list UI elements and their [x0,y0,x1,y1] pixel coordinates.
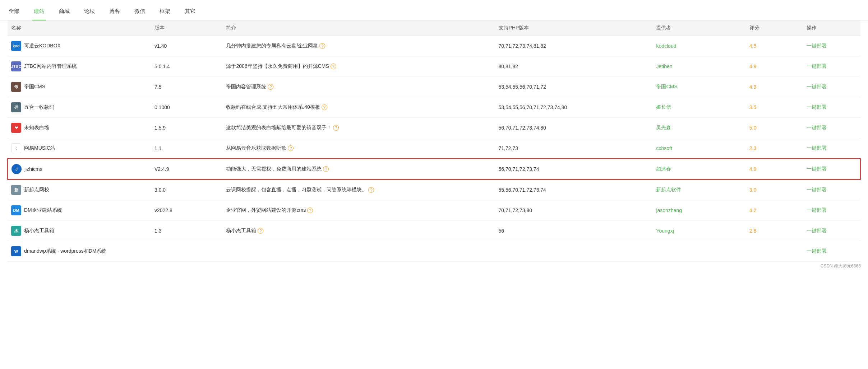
deploy-button[interactable]: 一键部署 [807,145,827,151]
app-provider[interactable]: 帝国CMS [652,77,745,97]
app-icon: kod [11,41,21,51]
app-provider[interactable]: 吴先森 [652,118,745,138]
app-desc: 这款简洁美观的表白墙献给最可爱的镜音双子！? [222,118,495,138]
deploy-button[interactable]: 一键部署 [807,125,827,130]
app-name-cell: 码 五合一收款码 [8,97,151,118]
app-desc: 帝国内容管理系统? [222,77,495,97]
app-rating: 2.8 [746,221,803,241]
help-icon[interactable]: ? [288,145,294,151]
app-name: 杨小杰工具箱 [24,228,54,234]
tab-论坛[interactable]: 论坛 [83,4,96,20]
app-version: 7.5 [151,77,222,97]
app-action[interactable]: 一键部署 [803,97,860,118]
app-name: 网易MUSIC站 [24,145,55,151]
help-icon[interactable]: ? [258,228,263,234]
app-name: 帝国CMS [24,84,45,90]
tab-博客[interactable]: 博客 [108,4,121,20]
app-desc [222,241,495,262]
tab-框架[interactable]: 框架 [158,4,172,20]
app-name-cell: J jizhicms [8,159,151,179]
app-php: 53,54,55,56,70,71,72,73,74,80 [495,97,653,118]
deploy-button[interactable]: 一键部署 [807,228,827,233]
deploy-button[interactable]: 一键部署 [807,248,827,254]
help-icon[interactable]: ? [333,125,339,131]
tab-建站[interactable]: 建站 [32,4,46,20]
app-action[interactable]: 一键部署 [803,159,860,179]
deploy-button[interactable]: 一键部署 [807,63,827,69]
app-php [495,241,653,262]
app-action[interactable]: 一键部署 [803,138,860,159]
app-provider[interactable]: jasonzhang [652,200,745,221]
app-action[interactable]: 一键部署 [803,221,860,241]
app-php: 80,81,82 [495,56,653,77]
app-name-cell: JTBC JTBC网站内容管理系统 [8,56,151,77]
app-desc: 收款码在线合成,支持五大常用体系.40模板? [222,97,495,118]
app-name-cell: 帝 帝国CMS [8,77,151,97]
app-php: 70,71,72,73,80 [495,200,653,221]
app-icon: ❤ [11,123,21,133]
help-icon[interactable]: ? [323,166,329,172]
app-provider[interactable]: 姬长信 [652,97,745,118]
app-provider[interactable]: Jetiben [652,56,745,77]
app-name-cell: W dmandwp系统 - wordpress和DM系统 [8,241,151,262]
app-provider[interactable]: 新起点软件 [652,179,745,200]
tab-全部[interactable]: 全部 [7,4,21,20]
app-name-cell: ♫ 网易MUSIC站 [8,138,151,159]
app-desc-text: 功能强大，无需授权，免费商用的建站系统 [226,166,322,172]
table-row: ♫ 网易MUSIC站 1.1从网易云音乐获取数据听歌?71,72,73cxbso… [8,138,860,159]
help-icon[interactable]: ? [319,43,325,49]
app-desc-text: 帝国内容管理系统 [226,84,266,89]
help-icon[interactable]: ? [368,187,374,193]
app-action[interactable]: 一键部署 [803,118,860,138]
deploy-button[interactable]: 一键部署 [807,166,827,172]
app-icon: 新 [11,185,21,195]
col-header-desc: 简介 [222,20,495,36]
tab-商城[interactable]: 商城 [57,4,71,20]
app-action[interactable]: 一键部署 [803,36,860,56]
app-version: 0.1000 [151,97,222,118]
app-provider[interactable]: kodcloud [652,36,745,56]
help-icon[interactable]: ? [331,64,336,69]
deploy-button[interactable]: 一键部署 [807,104,827,110]
app-php: 56,70,71,72,73,74 [495,159,653,179]
app-version: 1.1 [151,138,222,159]
app-action[interactable]: 一键部署 [803,77,860,97]
app-action[interactable]: 一键部署 [803,56,860,77]
app-icon: 帝 [11,82,21,92]
tab-其它[interactable]: 其它 [183,4,197,20]
app-icon: JTBC [11,61,21,71]
deploy-button[interactable]: 一键部署 [807,207,827,213]
deploy-button[interactable]: 一键部署 [807,43,827,48]
app-desc: 企业官网，外贸网站建设的开源cms? [222,200,495,221]
app-desc: 几分钟内搭建您的专属私有云盘/企业网盘? [222,36,495,56]
app-provider[interactable]: 如沐春 [652,159,745,179]
app-name: 未知表白墙 [24,125,49,131]
app-action[interactable]: 一键部署 [803,241,860,262]
app-icon: W [11,246,21,256]
help-icon[interactable]: ? [322,104,327,110]
nav-tabs: 全部建站商城论坛博客微信框架其它 [0,0,868,20]
app-php: 56,70,71,72,73,74,80 [495,118,653,138]
deploy-button[interactable]: 一键部署 [807,84,827,89]
help-icon[interactable]: ? [268,84,273,90]
app-name: 可道云KODBOX [24,43,61,49]
app-name: JTBC网站内容管理系统 [24,63,77,70]
help-icon[interactable]: ? [307,207,313,213]
app-provider[interactable]: cxbsoft [652,138,745,159]
app-action[interactable]: 一键部署 [803,200,860,221]
app-name-cell: ❤ 未知表白墙 [8,118,151,138]
tab-微信[interactable]: 微信 [133,4,147,20]
app-name-cell: 新 新起点网校 [8,179,151,200]
table-header: 名称 版本 简介 支持PHP版本 提供者 评分 操作 [8,20,860,36]
app-action[interactable]: 一键部署 [803,179,860,200]
app-version: 1.3 [151,221,222,241]
app-icon: J [11,164,22,174]
app-provider[interactable]: Youngxj [652,221,745,241]
app-php: 71,72,73 [495,138,653,159]
app-name-cell: 杰 杨小杰工具箱 [8,221,151,241]
app-php: 56 [495,221,653,241]
app-desc: 云课网校提醒，包含直播，点播，习题测试，问答系统等模块。? [222,179,495,200]
app-version: 1.5.9 [151,118,222,138]
app-provider[interactable] [652,241,745,262]
deploy-button[interactable]: 一键部署 [807,187,827,192]
